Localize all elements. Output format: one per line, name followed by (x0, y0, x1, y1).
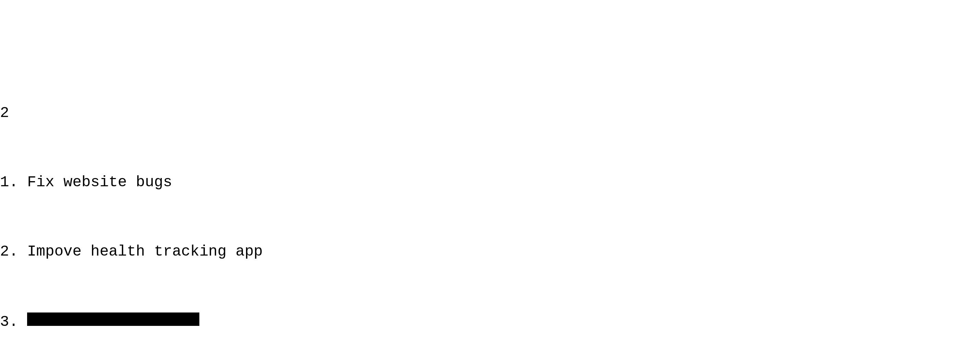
list-number: 1. (0, 173, 18, 191)
list-item: 3. (0, 313, 980, 331)
terminal-output[interactable]: 2 1. Fix website bugs 2. Impove health t… (0, 69, 980, 354)
list-number: 2. (0, 243, 18, 260)
list-item: 1. Fix website bugs (0, 173, 980, 191)
list-number: 3. (0, 313, 18, 331)
redacted-text (27, 313, 199, 326)
list-text: Fix website bugs (27, 173, 172, 191)
list-item: 2. Impove health tracking app (0, 243, 980, 260)
text-line: 2 (0, 104, 980, 122)
list-text: Impove health tracking app (27, 243, 263, 260)
